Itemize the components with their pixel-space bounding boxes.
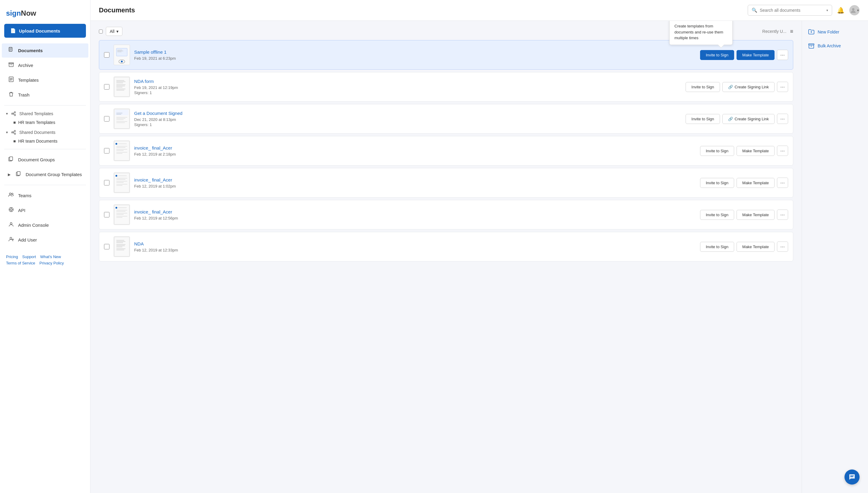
doc-name[interactable]: NDA form — [134, 79, 154, 84]
sidebar-item-templates-label: Templates — [18, 78, 39, 83]
sidebar-shared-templates[interactable]: ▾ Shared Templates — [0, 109, 90, 117]
make-template-button[interactable]: Make Template — [737, 210, 775, 220]
more-actions-button[interactable]: ··· — [777, 146, 788, 156]
doc-name[interactable]: Get a Document Signed — [134, 111, 182, 116]
toolbar-right: Recently U... ≡ — [762, 28, 793, 35]
documents-panel: All ▾ Recently U... ≡ Create templates f… — [90, 21, 802, 493]
make-template-button[interactable]: Make Template — [737, 50, 775, 60]
sidebar-api[interactable]: API — [2, 203, 88, 217]
doc-actions: Invite to Sign Make Template ··· — [700, 210, 788, 220]
doc-name[interactable]: invoice_ final_Acer — [134, 209, 172, 214]
search-box[interactable]: 🔍 ▾ — [748, 5, 832, 16]
make-template-button[interactable]: Make Template — [737, 242, 775, 252]
create-signing-link-button[interactable]: 🔗 Create Signing Link — [722, 114, 775, 124]
support-link[interactable]: Support — [22, 255, 36, 259]
select-all-checkbox[interactable] — [99, 29, 103, 34]
more-actions-button[interactable]: ··· — [777, 178, 788, 188]
sidebar-item-trash[interactable]: Trash — [2, 88, 88, 102]
make-template-button[interactable]: Make Template — [737, 178, 775, 188]
avatar-dropdown[interactable]: ▾ — [857, 8, 859, 13]
svg-point-16 — [9, 193, 11, 195]
sidebar-hr-templates[interactable]: ■ HR team Templates — [0, 117, 90, 127]
doc-thumbnail — [114, 205, 130, 225]
expand-icon: ▶ — [8, 172, 10, 177]
doc-date: Feb 12, 2019 at 12:33pm — [134, 248, 696, 252]
sidebar-add-user[interactable]: Add User — [2, 233, 88, 247]
more-actions-button[interactable]: ··· — [777, 241, 788, 252]
sort-icon[interactable]: ≡ — [790, 28, 793, 35]
table-row: Create templates from documents and re-u… — [99, 40, 793, 70]
bulk-archive-button[interactable]: Bulk Archive — [807, 41, 863, 51]
invite-to-sign-button[interactable]: Invite to Sign — [700, 146, 734, 156]
sidebar-shared-documents[interactable]: ▾ Shared Documents — [0, 127, 90, 136]
sidebar-hr-templates-label: HR team Templates — [18, 120, 55, 125]
sidebar-document-groups[interactable]: Document Groups — [2, 153, 88, 167]
doc-info: invoice_ final_Acer Feb 12, 2019 at 1:02… — [134, 177, 696, 189]
upload-icon: 📄 — [10, 28, 16, 34]
notification-bell[interactable]: 🔔 — [837, 7, 845, 14]
svg-point-11 — [12, 132, 13, 133]
svg-rect-13 — [9, 157, 13, 160]
doc-thumbnail — [114, 172, 130, 193]
more-actions-button[interactable]: ··· — [777, 82, 788, 92]
whats-new-link[interactable]: What's New — [40, 255, 61, 259]
doc-checkbox[interactable] — [104, 52, 109, 58]
invite-to-sign-button[interactable]: Invite to Sign — [686, 82, 720, 92]
terms-link[interactable]: Terms of Service — [6, 261, 35, 265]
sidebar-item-archive[interactable]: Archive — [2, 58, 88, 72]
pricing-link[interactable]: Pricing — [6, 255, 18, 259]
sidebar-item-templates[interactable]: Templates — [2, 73, 88, 87]
invite-to-sign-button[interactable]: Invite to Sign — [700, 178, 734, 188]
doc-checkbox[interactable] — [104, 84, 109, 89]
doc-checkbox[interactable] — [104, 244, 109, 249]
sidebar-teams[interactable]: Teams — [2, 189, 88, 202]
sidebar-doc-group-templates-label: Document Group Templates — [26, 172, 82, 177]
doc-thumbnail — [114, 45, 130, 65]
upload-documents-button[interactable]: 📄 Upload Documents — [4, 24, 86, 38]
new-folder-icon — [808, 29, 815, 35]
more-actions-button[interactable]: ··· — [777, 210, 788, 220]
doc-checkbox[interactable] — [104, 116, 109, 122]
doc-name[interactable]: invoice_ final_Acer — [134, 145, 172, 150]
new-folder-button[interactable]: New Folder — [807, 27, 863, 37]
divider-3 — [4, 185, 86, 185]
filter-dropdown[interactable]: All ▾ — [106, 27, 123, 36]
more-actions-button[interactable]: ··· — [777, 50, 788, 60]
doc-thumbnail — [114, 77, 130, 97]
svg-point-7 — [14, 114, 16, 116]
invite-to-sign-button[interactable]: Invite to Sign — [686, 114, 720, 124]
doc-actions: Invite to Sign Make Template ··· — [700, 146, 788, 156]
doc-name[interactable]: invoice_ final_Acer — [134, 177, 172, 183]
invite-to-sign-button[interactable]: Invite to Sign — [700, 50, 734, 60]
doc-date: Feb 12, 2019 at 1:02pm — [134, 184, 696, 189]
chat-fab[interactable] — [845, 470, 860, 485]
admin-icon — [8, 221, 15, 229]
sidebar-item-documents-label: Documents — [18, 48, 43, 53]
doc-checkbox[interactable] — [104, 148, 109, 153]
doc-checkbox[interactable] — [104, 180, 109, 186]
doc-checkbox[interactable] — [104, 212, 109, 217]
search-dropdown-arrow[interactable]: ▾ — [826, 8, 828, 13]
sidebar-hr-documents[interactable]: ■ HR team Documents — [0, 136, 90, 146]
sidebar-admin-console[interactable]: Admin Console — [2, 218, 88, 232]
sidebar-item-documents[interactable]: Documents — [2, 43, 88, 58]
teams-icon — [8, 192, 15, 199]
divider-2 — [4, 149, 86, 149]
make-template-button[interactable]: Make Template — [737, 146, 775, 156]
svg-rect-2 — [9, 49, 12, 49]
archive-icon — [8, 62, 15, 69]
doc-name[interactable]: NDA — [134, 241, 144, 246]
doc-info: invoice_ final_Acer Feb 12, 2019 at 2:18… — [134, 145, 696, 156]
create-signing-link-button[interactable]: 🔗 Create Signing Link — [722, 82, 775, 92]
search-input[interactable] — [760, 8, 823, 13]
user-avatar[interactable]: ▾ — [849, 5, 860, 15]
privacy-link[interactable]: Privacy Policy — [40, 261, 64, 265]
sidebar-doc-group-templates[interactable]: ▶ Document Group Templates — [2, 167, 88, 181]
more-actions-button[interactable]: ··· — [777, 114, 788, 124]
invite-to-sign-button[interactable]: Invite to Sign — [700, 242, 734, 252]
invite-to-sign-button[interactable]: Invite to Sign — [700, 210, 734, 220]
sidebar-api-label: API — [18, 208, 25, 213]
svg-rect-23 — [116, 48, 127, 56]
doc-name[interactable]: Sample offline 1 — [134, 49, 167, 55]
table-row: invoice_ final_Acer Feb 12, 2019 at 12:5… — [99, 200, 793, 230]
